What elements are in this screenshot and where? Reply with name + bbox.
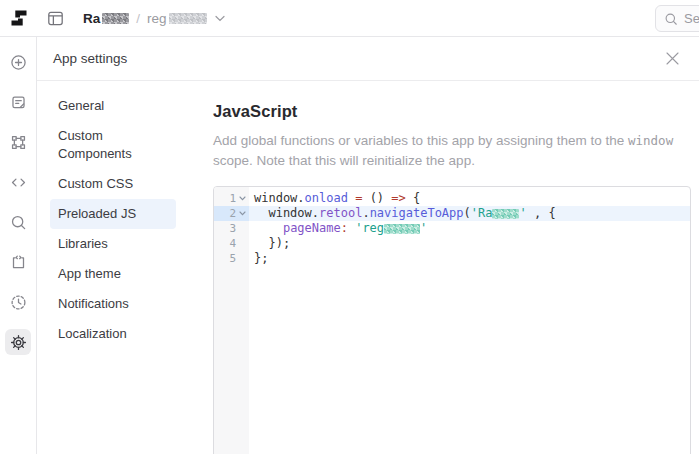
search-placeholder: Search <box>684 11 699 26</box>
token-plain: . <box>297 191 304 205</box>
left-icon-rail <box>0 37 37 454</box>
token-plain: , { <box>527 206 556 220</box>
add-button[interactable] <box>5 49 31 75</box>
token-str: ' <box>420 221 427 235</box>
fold-chevron-icon[interactable] <box>236 196 249 201</box>
breadcrumb-separator: / <box>136 11 140 26</box>
breadcrumb-page-dropdown[interactable]: reg <box>147 11 225 26</box>
code-text[interactable]: window.retool.navigateToApp('Ra' , { <box>249 206 690 221</box>
line-gutter: 5 <box>214 251 249 266</box>
settings-button[interactable] <box>5 329 31 355</box>
token-plain: }; <box>254 251 268 265</box>
line-number: 4 <box>229 236 236 251</box>
redacted-page-name <box>169 13 207 24</box>
breadcrumb-app-name[interactable]: Ra <box>83 11 129 26</box>
retool-logo-icon[interactable] <box>9 8 29 28</box>
token-plain: window. <box>254 206 319 220</box>
code-text[interactable]: window.onload = () => { <box>249 191 690 206</box>
code-line[interactable]: 4 }); <box>214 236 690 251</box>
app-settings-panel: App settings GeneralCustom ComponentsCus… <box>37 37 699 454</box>
code-line[interactable]: 3 pageName: 'reg' <box>214 221 690 236</box>
settings-nav-item-localization[interactable]: Localization <box>50 319 176 349</box>
pages-button[interactable] <box>5 89 31 115</box>
token-plain <box>254 221 283 235</box>
redacted-string <box>492 209 519 219</box>
breadcrumb: Ra / reg <box>83 11 225 26</box>
settings-nav-item-custom-css[interactable]: Custom CSS <box>50 169 176 199</box>
token-prop: onload <box>305 191 348 205</box>
token-str: 'reg <box>355 221 384 235</box>
releases-button[interactable] <box>5 249 31 275</box>
settings-nav-item-libraries[interactable]: Libraries <box>50 229 176 259</box>
line-number: 3 <box>229 221 236 236</box>
token-str: ' <box>519 206 526 220</box>
frame-icon <box>10 134 27 151</box>
release-icon <box>10 254 27 271</box>
line-number: 1 <box>229 191 236 206</box>
close-icon[interactable] <box>661 48 683 70</box>
token-op: : <box>341 221 348 235</box>
token-prop2: pageName <box>283 221 341 235</box>
code-icon <box>10 174 27 191</box>
token-plain: { <box>406 191 420 205</box>
line-number: 5 <box>229 251 236 266</box>
preloaded-js-code-editor[interactable]: 1window.onload = () => {2 window.retool.… <box>213 186 691 454</box>
code-text[interactable]: }; <box>249 251 690 266</box>
panel-header: App settings <box>37 37 699 81</box>
token-plain: window <box>254 191 297 205</box>
panel-body: GeneralCustom ComponentsCustom CSSPreloa… <box>37 81 699 454</box>
token-plain: () <box>362 191 391 205</box>
search-button[interactable] <box>5 209 31 235</box>
settings-nav-item-preloaded-js[interactable]: Preloaded JS <box>50 199 176 229</box>
code-line[interactable]: 5}; <box>214 251 690 266</box>
token-prop2: retool <box>319 206 362 220</box>
line-gutter: 3 <box>214 221 249 236</box>
line-number: 2 <box>229 206 236 221</box>
line-gutter: 1 <box>214 191 249 206</box>
settings-nav-item-custom-components[interactable]: Custom Components <box>50 121 176 169</box>
page-title: JavaScript <box>213 102 691 121</box>
redacted-string <box>384 224 420 234</box>
code-line[interactable]: 1window.onload = () => { <box>214 191 690 206</box>
settings-nav-item-app-theme[interactable]: App theme <box>50 259 176 289</box>
code-line[interactable]: 2 window.retool.navigateToApp('Ra' , { <box>214 206 690 221</box>
search-input[interactable]: Search <box>655 5 699 32</box>
history-button[interactable] <box>5 289 31 315</box>
settings-nav-item-notifications[interactable]: Notifications <box>50 289 176 319</box>
token-plain: }); <box>254 236 290 250</box>
code-button[interactable] <box>5 169 31 195</box>
toggle-panels-icon[interactable] <box>44 7 66 29</box>
code-lines: 1window.onload = () => {2 window.retool.… <box>214 187 690 266</box>
fold-chevron-icon[interactable] <box>236 211 249 216</box>
search-icon <box>664 12 678 26</box>
token-plain: ( <box>464 206 471 220</box>
panel-title: App settings <box>53 51 127 66</box>
note-icon <box>10 94 27 111</box>
redacted-app-name <box>102 13 129 24</box>
settings-nav: GeneralCustom ComponentsCustom CSSPreloa… <box>50 91 176 454</box>
token-plain: . <box>362 206 369 220</box>
inline-code-window: window <box>628 133 673 148</box>
token-op: => <box>391 191 405 205</box>
gear-icon <box>10 334 27 351</box>
settings-content: JavaScript Add global functions or varia… <box>213 81 691 454</box>
history-icon <box>10 294 27 311</box>
code-text[interactable]: pageName: 'reg' <box>249 221 690 236</box>
chevron-down-icon <box>215 15 225 22</box>
line-gutter: 2 <box>214 206 249 221</box>
token-str: 'Ra <box>471 206 493 220</box>
plus-circle-icon <box>10 54 27 71</box>
app-shell: App settings GeneralCustom ComponentsCus… <box>0 37 699 454</box>
code-text[interactable]: }); <box>249 236 690 251</box>
settings-nav-item-general[interactable]: General <box>50 91 176 121</box>
search-icon <box>10 214 27 231</box>
description-text: Add global functions or variables to thi… <box>213 131 691 171</box>
top-bar: Ra / reg Search <box>0 0 699 37</box>
components-button[interactable] <box>5 129 31 155</box>
line-gutter: 4 <box>214 236 249 251</box>
token-prop: navigateToApp <box>370 206 464 220</box>
